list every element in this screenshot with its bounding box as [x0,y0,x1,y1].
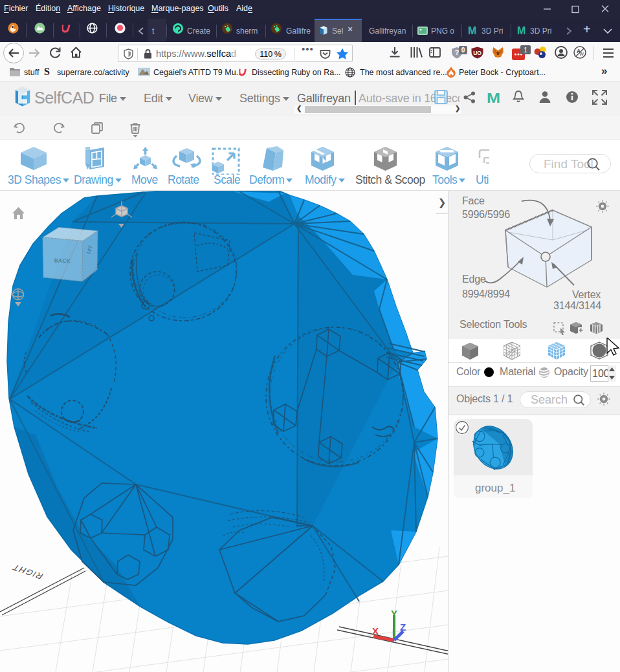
svg-text:RIGHT: RIGHT [10,563,45,581]
svg-text:BACK: BACK [54,257,71,265]
svg-text:0: 0 [461,47,465,54]
svg-text:Y: Y [391,608,397,619]
svg-text:UO: UO [473,50,482,56]
svg-text:X: X [372,625,379,636]
svg-text:?: ? [455,49,459,56]
svg-text:1: 1 [524,46,527,54]
svg-text:Z: Z [400,622,406,633]
